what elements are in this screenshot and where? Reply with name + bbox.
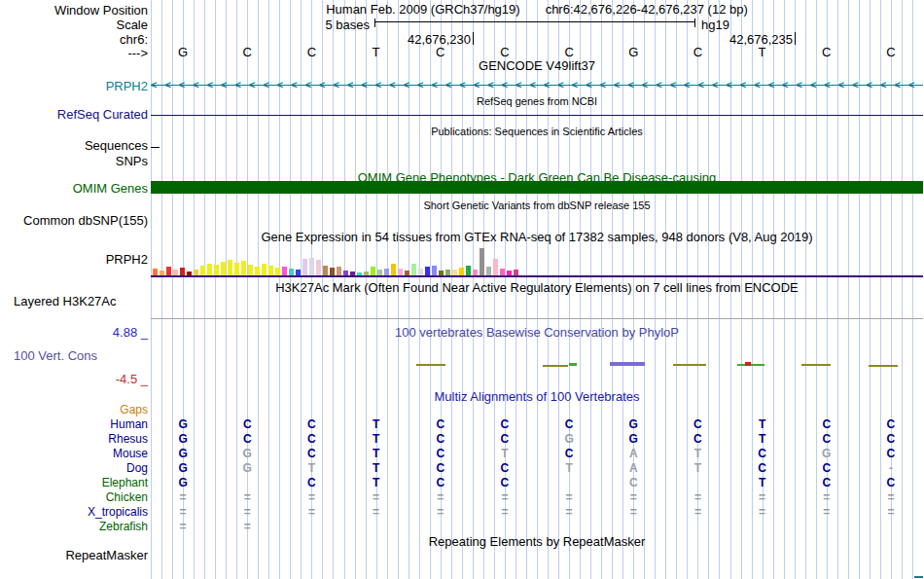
dbsnp-label[interactable]: Common dbSNP(155) bbox=[0, 213, 148, 228]
genome-version-label: hg19 bbox=[701, 18, 729, 32]
omim-gene-bar[interactable] bbox=[151, 181, 923, 194]
refseq-curated-label[interactable]: RefSeq Curated bbox=[0, 107, 148, 122]
align-cell: C bbox=[473, 417, 537, 431]
align-cell: - bbox=[859, 461, 923, 475]
gtex-bar bbox=[316, 260, 321, 275]
align-cell: T bbox=[344, 461, 409, 475]
align-cell: = bbox=[795, 490, 859, 504]
align-cell: C bbox=[279, 417, 343, 431]
phylop-mark bbox=[801, 364, 831, 366]
align-label-elephant[interactable]: Elephant bbox=[0, 476, 148, 489]
phylop-mark bbox=[416, 364, 445, 366]
phylop-track-title[interactable]: 100 vertebrates Basewise Conservation by… bbox=[151, 325, 923, 340]
h3k27ac-label[interactable]: Layered H3K27Ac bbox=[14, 294, 117, 308]
gtex-bar bbox=[500, 269, 505, 275]
phylop-mark bbox=[543, 365, 568, 367]
align-cell: = bbox=[665, 490, 729, 504]
phylop-track-label[interactable]: 100 Vert. Cons bbox=[14, 348, 97, 363]
gtex-bar bbox=[337, 267, 341, 275]
align-cell: C bbox=[795, 461, 859, 475]
align-cell: = bbox=[344, 490, 409, 504]
gtex-bar bbox=[302, 259, 307, 275]
snps-label[interactable]: SNPs bbox=[0, 154, 148, 168]
align-cell: G bbox=[151, 461, 215, 475]
align-cell: T bbox=[473, 447, 537, 460]
gtex-bar bbox=[296, 270, 301, 275]
gtex-bar bbox=[160, 271, 164, 275]
gtex-bar bbox=[486, 267, 491, 275]
sequence-base-1: G bbox=[151, 45, 215, 59]
gtex-bar bbox=[153, 269, 158, 275]
align-cell: T bbox=[730, 417, 795, 431]
gtex-bar bbox=[221, 262, 226, 275]
repeatmasker-track-title[interactable]: Repeating Elements by RepeatMasker bbox=[151, 534, 923, 549]
gtex-bar bbox=[405, 271, 409, 275]
align-cell: = bbox=[601, 505, 665, 519]
strand-direction-label: ---> bbox=[0, 46, 148, 60]
dbsnp-track-title[interactable]: Short Genetic Variants from dbSNP releas… bbox=[151, 199, 923, 211]
omim-genes-label[interactable]: OMIM Genes bbox=[0, 181, 148, 196]
sequence-base-9: C bbox=[665, 45, 729, 59]
gtex-track-title[interactable]: Gene Expression in 54 tissues from GTEx … bbox=[151, 230, 923, 244]
scale-label: Scale bbox=[0, 18, 148, 32]
gtex-bar bbox=[289, 269, 294, 275]
multiz-track-title[interactable]: Multiz Alignments of 100 Vertebrates bbox=[151, 389, 923, 404]
gtex-bar bbox=[439, 271, 444, 275]
align-cell: C bbox=[473, 461, 537, 475]
gtex-gene-label[interactable]: PRPH2 bbox=[0, 252, 148, 267]
align-cell: C bbox=[279, 447, 343, 460]
align-label-human[interactable]: Human bbox=[0, 417, 148, 431]
align-label-chicken[interactable]: Chicken bbox=[0, 490, 148, 504]
align-cell: = bbox=[665, 505, 729, 519]
gtex-bar bbox=[384, 269, 389, 275]
align-cell: = bbox=[730, 490, 795, 504]
coord-right-tick bbox=[795, 32, 796, 45]
scale-bar bbox=[374, 18, 695, 27]
h3k27ac-track-title[interactable]: H3K27Ac Mark (Often Found Near Active Re… bbox=[151, 280, 923, 295]
h3k27ac-baseline bbox=[151, 318, 923, 319]
align-cell: A bbox=[601, 447, 665, 460]
position-range: chr6:42,676,226-42,676,237 (12 bp) bbox=[546, 2, 748, 17]
align-cell: T bbox=[344, 476, 409, 489]
align-label-dog[interactable]: Dog bbox=[0, 461, 148, 475]
align-cell: C bbox=[795, 417, 859, 431]
align-label-zebrafish[interactable]: Zebrafish bbox=[0, 520, 148, 533]
align-cell: = bbox=[409, 490, 473, 504]
publications-track-title[interactable]: Publications: Sequences in Scientific Ar… bbox=[151, 126, 923, 137]
align-cell: T bbox=[344, 432, 409, 446]
phylop-mark bbox=[737, 364, 764, 366]
repeatmasker-label[interactable]: RepeatMasker bbox=[0, 548, 148, 562]
sequences-label[interactable]: Sequences bbox=[0, 138, 148, 153]
align-cell: C bbox=[409, 447, 473, 460]
gtex-bar bbox=[398, 269, 403, 275]
refseq-track-title[interactable]: RefSeq genes from NCBI bbox=[151, 95, 923, 107]
align-cell: C bbox=[730, 461, 795, 475]
gtex-bar bbox=[268, 266, 273, 275]
align-cell: G bbox=[601, 432, 665, 446]
gencode-strand-arrows[interactable]: <<<<<<<<<<<<<<<<<<<<<<<<<<<<<<<<<<<<<<<<… bbox=[151, 79, 923, 91]
gtex-bar bbox=[452, 270, 457, 275]
gtex-bar bbox=[507, 271, 512, 275]
align-cell: = bbox=[795, 505, 859, 519]
gencode-track-title[interactable]: GENCODE V49lift37 bbox=[151, 58, 923, 73]
align-cell: = bbox=[279, 505, 343, 519]
gtex-bar bbox=[459, 268, 464, 275]
align-cell: C bbox=[730, 447, 795, 460]
align-label-mouse[interactable]: Mouse bbox=[0, 447, 148, 460]
align-label-gaps[interactable]: Gaps bbox=[0, 403, 148, 416]
align-cell: A bbox=[601, 461, 665, 475]
align-cell: T bbox=[344, 417, 409, 431]
align-label-rhesus[interactable]: Rhesus bbox=[0, 432, 148, 446]
sequence-base-11: C bbox=[795, 45, 859, 59]
gencode-gene-label[interactable]: PRPH2 bbox=[0, 79, 148, 93]
gtex-bar bbox=[377, 270, 382, 275]
align-cell: C bbox=[409, 476, 473, 489]
align-cell: T bbox=[665, 461, 729, 475]
gtex-bar bbox=[432, 266, 437, 275]
refseq-gene-line[interactable] bbox=[151, 115, 923, 116]
align-label-x_tropicalis[interactable]: X_tropicalis bbox=[0, 505, 148, 519]
position-header: Human Feb. 2009 (GRCh37/hg19)chr6:42,676… bbox=[151, 2, 923, 17]
align-cell: C bbox=[473, 432, 537, 446]
gtex-bar bbox=[194, 270, 198, 275]
align-cell: = bbox=[473, 490, 537, 504]
